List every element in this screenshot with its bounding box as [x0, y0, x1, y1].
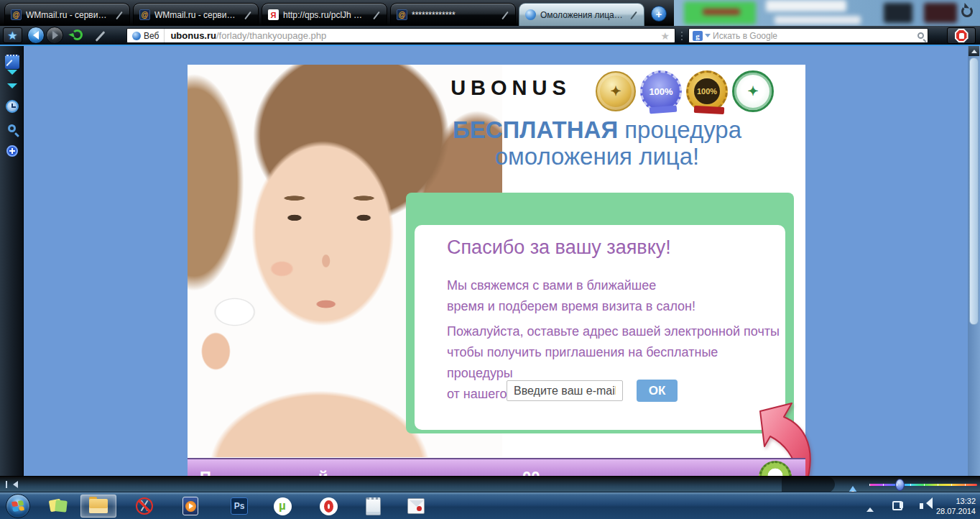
url-path: /forlady/thankyoupage.php: [216, 30, 326, 41]
screen: @ WMmail.ru - сервис п... @ WMmail.ru - …: [0, 0, 980, 519]
forward-button[interactable]: [46, 27, 63, 44]
google-icon: g: [693, 31, 703, 41]
status-bar: [0, 476, 980, 492]
heading-bold: БЕСПЛАТНАЯ: [453, 116, 618, 143]
paragraph-line: Пожалуйста, оставьте адрес вашей электро…: [447, 321, 785, 342]
badges-row: ✦ 100% 100% ✦: [596, 68, 803, 115]
tab-pen-icon[interactable]: [244, 11, 252, 19]
tray-expand-arrow-icon[interactable]: [866, 504, 874, 512]
start-button[interactable]: [6, 494, 30, 518]
search-engine-caret-icon[interactable]: [705, 34, 711, 40]
history-panel-button[interactable]: [2, 96, 22, 116]
browser-tab[interactable]: Я http://qps.ru/pclJh — ...: [262, 3, 387, 26]
pen-tool-icon[interactable]: [96, 31, 106, 42]
tab-pen-icon[interactable]: [115, 11, 124, 19]
scrollbar-thumb[interactable]: [969, 58, 979, 325]
paragraph-line: чтобы получить приглашения на бесплатные…: [447, 342, 785, 384]
tab-pen-icon[interactable]: [501, 11, 509, 19]
history-clock-icon: [6, 100, 19, 113]
desktop-glass-area: [674, 0, 980, 26]
tab-title: WMmail.ru - сервис п...: [154, 10, 239, 20]
url-host: ubonus.ru: [170, 30, 216, 41]
at-favicon-icon: @: [139, 9, 150, 20]
side-panel: [0, 46, 24, 476]
stop-sign-icon: [955, 29, 969, 42]
back-arrow-icon: [29, 31, 39, 40]
ok-button[interactable]: ОК: [637, 380, 678, 402]
downloads-panel-button[interactable]: [2, 74, 22, 93]
paragraph-line: время и подберем время визита в салон!: [447, 296, 695, 317]
slider-knob[interactable]: [895, 479, 905, 491]
taskbar: Ps µ 13:32 28.07.2014: [0, 492, 980, 519]
clock-time: 13:32: [931, 496, 976, 506]
browser-tab[interactable]: @ WMmail.ru - сервис п...: [133, 3, 259, 26]
taskbar-app-media-player[interactable]: [172, 495, 208, 518]
tab-title: Омоложения лица - ...: [540, 10, 625, 20]
new-tab-button[interactable]: +: [651, 6, 667, 22]
bookmark-star-icon[interactable]: ★: [660, 30, 670, 42]
search-input[interactable]: [713, 31, 915, 41]
address-bar[interactable]: Веб ubonus.ru/forlady/thankyoupage.php ★: [126, 28, 675, 43]
back-button[interactable]: [27, 27, 45, 44]
site-logo: UBONUS: [432, 76, 590, 100]
forward-arrow-icon: [52, 31, 63, 40]
notepad-icon: [366, 497, 381, 515]
adblock-stop-button[interactable]: [947, 27, 976, 44]
undo-arrow-icon: [961, 6, 973, 17]
at-favicon-icon: @: [11, 9, 22, 20]
globe-favicon-icon: [525, 9, 536, 20]
email-input[interactable]: [507, 380, 623, 401]
bookmarks-star-button[interactable]: ★: [3, 27, 22, 43]
notes-panel-button[interactable]: [2, 52, 22, 71]
status-pill: [782, 477, 835, 492]
tab-title: http://qps.ru/pclJh — ...: [283, 10, 368, 20]
at-favicon-icon: @: [397, 9, 407, 20]
taskbar-app-mail[interactable]: [398, 495, 434, 518]
search-bar[interactable]: g: [688, 28, 928, 43]
search-icon: [8, 124, 16, 132]
refresh-button[interactable]: [72, 29, 83, 40]
heading-line2: омоложения лица!: [396, 143, 798, 170]
page-heading: БЕСПЛАТНАЯпроцедура омоложения лица!: [396, 116, 798, 170]
tray-volume-icon[interactable]: [920, 503, 923, 509]
badge-text: 100%: [694, 78, 720, 104]
heading-rest: процедура: [624, 116, 741, 143]
taskbar-app-utorrent[interactable]: µ: [264, 495, 300, 518]
paragraph-line: Мы свяжемся с вами в ближайшее: [447, 275, 695, 296]
browser-tab[interactable]: @ WMmail.ru - сервис п...: [4, 3, 130, 26]
background-window-blur: [766, 0, 846, 12]
clock-date: 28.07.2014: [931, 506, 976, 516]
content-card: UBONUS ✦ 100% 100% ✦ БЕСПЛАТНАЯпроцедура…: [188, 65, 805, 476]
scroll-up-button[interactable]: [969, 46, 979, 56]
badge-gold-rosette: 100%: [686, 70, 728, 112]
taskbar-app-snipping[interactable]: [126, 495, 162, 518]
tab-pen-icon[interactable]: [372, 11, 381, 19]
web-mode-chip[interactable]: Веб: [127, 29, 165, 42]
scissors-icon: [136, 497, 153, 515]
add-panel-button[interactable]: [2, 141, 22, 160]
taskbar-app-sticky-notes[interactable]: [40, 495, 76, 518]
yandex-favicon-icon: Я: [268, 9, 279, 20]
taskbar-app-photoshop[interactable]: Ps: [221, 495, 257, 518]
utorrent-icon: µ: [274, 497, 292, 515]
tab-pen-icon[interactable]: [629, 11, 638, 19]
background-thumbnail-blur: [884, 3, 912, 23]
chevrons-down-icon: [7, 75, 17, 93]
panel-toggle-icon[interactable]: [6, 480, 16, 489]
browser-tab[interactable]: @ *************: [390, 3, 516, 26]
thanks-title: Спасибо за вашу заявку!: [447, 236, 671, 259]
taskbar-app-explorer[interactable]: [80, 495, 116, 518]
taskbar-clock[interactable]: 13:32 28.07.2014: [931, 496, 976, 516]
thanks-panel: Спасибо за вашу заявку! Мы свяжемся с ва…: [415, 225, 785, 430]
browser-tab-active[interactable]: Омоложения лица - ...: [519, 3, 644, 26]
taskbar-app-notepad[interactable]: [355, 495, 391, 518]
search-icon[interactable]: [917, 32, 924, 39]
page-scrollbar[interactable]: [968, 46, 980, 476]
tab-title: WMmail.ru - сервис п...: [26, 10, 111, 20]
taskbar-app-opera[interactable]: [310, 495, 346, 518]
zoom-rainbow-slider[interactable]: [869, 484, 977, 486]
opera-icon: [320, 497, 338, 515]
footer-clipped-text: П: [200, 468, 211, 476]
tray-plug-icon[interactable]: [892, 501, 902, 510]
find-panel-button[interactable]: [2, 119, 22, 138]
